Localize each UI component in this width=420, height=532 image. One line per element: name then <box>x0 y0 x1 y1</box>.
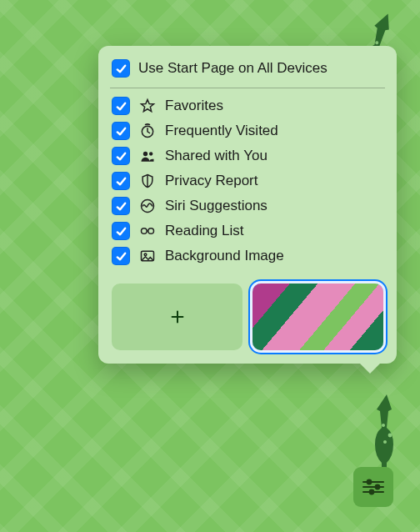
frequently-visited-label: Frequently Visited <box>165 123 278 139</box>
star-icon <box>138 97 157 115</box>
shared-with-you-row[interactable]: Shared with You <box>112 143 383 168</box>
siri-icon <box>138 197 157 215</box>
svg-point-16 <box>368 480 372 484</box>
favorites-label: Favorites <box>165 98 223 114</box>
checkbox-checked-icon[interactable] <box>112 172 130 190</box>
privacy-report-label: Privacy Report <box>165 173 258 189</box>
use-start-page-all-devices-row[interactable]: Use Start Page on All Devices <box>112 56 383 81</box>
checkbox-checked-icon[interactable] <box>112 122 130 140</box>
shared-with-you-label: Shared with You <box>165 148 268 164</box>
clock-icon <box>138 122 157 140</box>
siri-suggestions-label: Siri Suggestions <box>165 198 268 214</box>
image-icon <box>138 247 157 265</box>
start-page-settings-popover: Use Start Page on All Devices Favorites … <box>98 46 397 364</box>
current-background-thumbnail[interactable] <box>252 284 383 350</box>
checkbox-checked-icon[interactable] <box>112 59 130 78</box>
reading-list-row[interactable]: Reading List <box>112 218 383 243</box>
checkbox-checked-icon[interactable] <box>112 247 130 265</box>
svg-point-14 <box>144 253 147 256</box>
divider <box>110 88 385 88</box>
svg-marker-6 <box>142 100 154 112</box>
checkbox-checked-icon[interactable] <box>112 147 130 165</box>
start-page-settings-button[interactable] <box>353 467 393 507</box>
checkbox-checked-icon[interactable] <box>112 197 130 215</box>
glasses-icon <box>138 222 157 240</box>
background-image-label: Background Image <box>165 248 284 264</box>
checkbox-checked-icon[interactable] <box>112 97 130 115</box>
background-image-row[interactable]: Background Image <box>112 243 383 269</box>
favorites-row[interactable]: Favorites <box>112 93 383 118</box>
background-thumbnail-row <box>98 272 397 352</box>
svg-point-20 <box>370 490 374 494</box>
shield-icon <box>138 172 157 190</box>
frequently-visited-row[interactable]: Frequently Visited <box>112 118 383 143</box>
svg-point-11 <box>142 228 148 234</box>
svg-point-12 <box>148 228 154 234</box>
svg-point-18 <box>376 485 380 489</box>
use-start-page-all-devices-label: Use Start Page on All Devices <box>138 60 328 77</box>
people-icon <box>138 147 157 165</box>
add-background-button[interactable] <box>112 284 242 350</box>
svg-point-9 <box>149 152 152 155</box>
privacy-report-row[interactable]: Privacy Report <box>112 168 383 193</box>
siri-suggestions-row[interactable]: Siri Suggestions <box>112 193 383 218</box>
checkbox-checked-icon[interactable] <box>112 222 130 240</box>
svg-point-8 <box>143 152 148 156</box>
reading-list-label: Reading List <box>165 223 244 239</box>
